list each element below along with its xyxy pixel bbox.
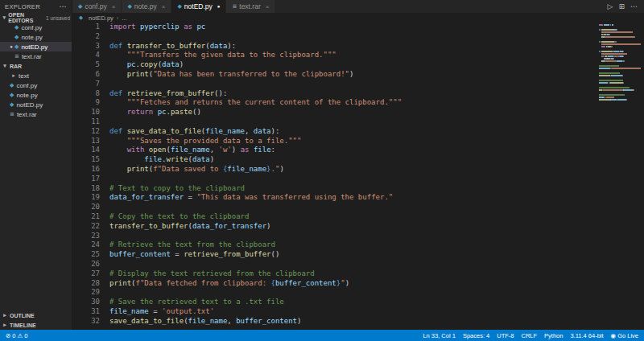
code-text: """Fetches and returns the current conte… <box>109 98 402 108</box>
code-line-8[interactable]: 8def retrieve_from_buffer(): <box>72 89 596 99</box>
error-icon: ⊘ <box>6 332 10 339</box>
code-text: # Display the text retrieved from the cl… <box>109 269 315 279</box>
line-number: 7 <box>72 80 100 89</box>
code-line-9[interactable]: 9 """Fetches and returns the current con… <box>72 98 596 108</box>
status-eol[interactable]: CRLF <box>522 332 538 339</box>
minimap-line <box>599 80 641 81</box>
open-editor-notED.py[interactable]: ●◆notED.py <box>0 42 72 51</box>
line-number: 4 <box>72 51 100 60</box>
code-line-5[interactable]: 5 pc.copy(data) <box>72 60 596 70</box>
modified-dot-icon[interactable]: ● <box>217 4 221 9</box>
code-text: save_data_to_file(file_name, buffer_cont… <box>109 317 301 327</box>
code-line-14[interactable]: 14 with open(file_name, 'w') as file: <box>72 146 596 155</box>
code-line-30[interactable]: 30# Save the retrieved text to a .txt fi… <box>72 298 596 307</box>
code-line-25[interactable]: 25buffer_content = retrieve_from_buffer(… <box>72 250 596 260</box>
sidebar-title: EXPLORER <box>5 3 40 10</box>
code-line-17[interactable]: 17 <box>72 175 596 184</box>
close-icon[interactable]: × <box>266 3 270 10</box>
status-language[interactable]: Python <box>544 332 563 339</box>
outline-header[interactable]: ▸ OUTLINE <box>0 310 72 320</box>
code-text: buffer_content = retrieve_from_buffer() <box>109 250 279 260</box>
code-text: def retrieve_from_buffer(): <box>109 89 227 99</box>
line-number: 22 <box>72 222 100 232</box>
status-cursor-position[interactable]: Ln 33, Col 1 <box>423 332 455 339</box>
tab-note.py[interactable]: ◆note.py× <box>122 0 171 13</box>
minimap-line <box>599 70 641 72</box>
line-number: 3 <box>72 42 100 51</box>
tree-item-conf.py[interactable]: ◆conf.py <box>0 80 72 90</box>
code-line-22[interactable]: 22transfer_to_buffer(data_for_transfer) <box>72 222 596 232</box>
breadcrumb-more[interactable]: ... <box>122 14 126 22</box>
split-editor-icon[interactable]: ⊞ <box>618 2 625 10</box>
code-line-23[interactable]: 23 <box>72 232 596 241</box>
code-line-11[interactable]: 11 <box>72 117 596 127</box>
tab-conf.py[interactable]: ◆conf.py× <box>72 0 122 13</box>
open-editors-header[interactable]: ▾ OPEN EDITORS 1 unsaved <box>0 13 72 23</box>
status-encoding[interactable]: UTF-8 <box>497 332 514 339</box>
outline-label: OUTLINE <box>10 313 35 318</box>
tree-item-note.py[interactable]: ◆note.py <box>0 90 72 100</box>
code-line-20[interactable]: 20 <box>72 203 596 212</box>
status-indentation[interactable]: Spaces: 4 <box>463 332 489 339</box>
code-line-29[interactable]: 29 <box>72 288 596 298</box>
code-text: # Save the retrieved text to a .txt file <box>109 298 284 307</box>
run-button[interactable]: ▷ <box>608 2 613 10</box>
timeline-header[interactable]: ▸ TIMELINE <box>0 320 72 330</box>
code-line-3[interactable]: 3def transfer_to_buffer(data): <box>72 42 596 51</box>
code-line-24[interactable]: 24# Retrieve the text from the clipboard <box>72 240 596 250</box>
problems-indicator[interactable]: ⊘ 0 ⚠ 0 <box>6 332 27 339</box>
file-name: note.py <box>21 34 42 41</box>
tree-item-text[interactable]: ▸text <box>0 71 72 80</box>
tree-item-notED.py[interactable]: ◆notED.py <box>0 100 72 109</box>
open-editor-note.py[interactable]: ◆note.py <box>0 32 72 42</box>
status-label: Ln 33, Col 1 <box>423 332 455 339</box>
code-line-2[interactable]: 2 <box>72 32 596 42</box>
breadcrumb-file[interactable]: notED.py <box>89 14 114 22</box>
close-icon[interactable]: × <box>112 3 116 10</box>
code-line-10[interactable]: 10 return pc.paste() <box>72 108 596 117</box>
folder-header[interactable]: ▾ RAR <box>0 61 72 71</box>
code-line-21[interactable]: 21# Copy the text to the clipboard <box>72 212 596 222</box>
minimap-line <box>599 63 641 64</box>
tab-notED.py[interactable]: ◆notED.py● <box>171 0 226 13</box>
code-line-32[interactable]: 32save_data_to_file(file_name, buffer_co… <box>72 317 596 327</box>
code-line-13[interactable]: 13 """Saves the provided data to a file.… <box>72 137 596 146</box>
line-number: 32 <box>72 317 100 327</box>
status-label: Python <box>544 332 563 339</box>
close-icon[interactable]: × <box>162 3 166 10</box>
status-go-live[interactable]: ◉Go Live <box>611 332 638 339</box>
code-line-7[interactable]: 7 <box>72 80 596 89</box>
code-line-27[interactable]: 27# Display the text retrieved from the … <box>72 269 596 279</box>
line-number: 15 <box>72 155 100 165</box>
folder-section: ▾ RAR ▸text◆conf.py◆note.py◆notED.py≣tex… <box>0 61 72 310</box>
code-line-15[interactable]: 15 file.write(data) <box>72 155 596 165</box>
more-actions-icon[interactable]: ⋯ <box>60 2 67 10</box>
open-editor-conf.py[interactable]: ◆conf.py <box>0 23 72 32</box>
status-interpreter[interactable]: 3.11.4 64-bit <box>570 332 603 339</box>
code-line-6[interactable]: 6 print("Data has been transferred to th… <box>72 70 596 80</box>
code-line-26[interactable]: 26 <box>72 260 596 269</box>
code-line-31[interactable]: 31file_name = 'output.txt' <box>72 307 596 317</box>
minimap-line <box>599 65 641 67</box>
minimap[interactable] <box>599 24 641 330</box>
code-line-12[interactable]: 12def save_data_to_file(file_name, data)… <box>72 127 596 137</box>
code-line-19[interactable]: 19data_for_transfer = "This data was tra… <box>72 193 596 203</box>
tab-bar: ◆conf.py×◆note.py×◆notED.py●≣text.rar× ▷… <box>72 0 644 13</box>
more-actions-icon[interactable]: ⋯ <box>630 2 638 10</box>
minimap-line <box>599 92 641 93</box>
code-line-28[interactable]: 28print(f"Data fetched from clipboard: {… <box>72 279 596 289</box>
open-editor-text.rar[interactable]: ≣text.rar <box>0 51 72 61</box>
file-name: conf.py <box>21 24 42 31</box>
tab-text.rar[interactable]: ≣text.rar× <box>226 0 275 13</box>
tree-item-text.rar[interactable]: ≣text.rar <box>0 109 72 119</box>
code-line-1[interactable]: 1import pyperclip as pc <box>72 23 596 32</box>
breadcrumb[interactable]: ◆ notED.py › ... <box>72 13 644 23</box>
code-editor[interactable]: 1import pyperclip as pc23def transfer_to… <box>72 23 644 330</box>
line-number: 5 <box>72 60 100 70</box>
minimap-line <box>599 29 641 31</box>
code-line-4[interactable]: 4 """Transfers the given data to the cli… <box>72 51 596 60</box>
line-number: 6 <box>72 70 100 80</box>
code-line-16[interactable]: 16 print(f"Data saved to {file_name}.") <box>72 165 596 175</box>
code-line-18[interactable]: 18# Text to copy to the clipboard <box>72 184 596 194</box>
code-area[interactable]: 1import pyperclip as pc23def transfer_to… <box>72 23 596 330</box>
